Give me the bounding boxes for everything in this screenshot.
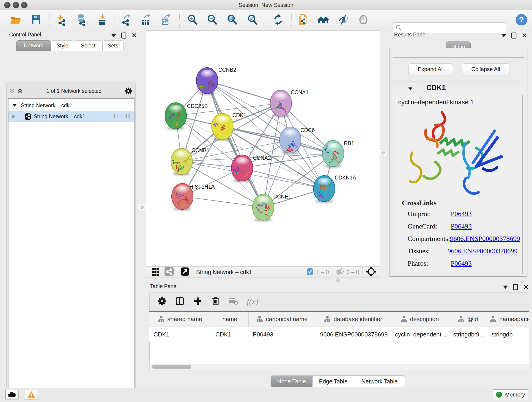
import-network-database-icon[interactable] <box>75 13 88 26</box>
zoom-selected-icon[interactable] <box>246 13 259 26</box>
column-header--id[interactable]: @id <box>449 312 487 327</box>
export-network-icon[interactable] <box>120 13 133 26</box>
table-cell[interactable]: CDK1 <box>149 327 211 342</box>
table-header-row: shared namenamecanonical namedatabase id… <box>149 311 529 327</box>
panel-menu-icon[interactable] <box>111 34 116 37</box>
panel-float-icon[interactable] <box>513 284 518 290</box>
tab-network-table[interactable]: Network Table <box>354 375 405 387</box>
network-tree-root-row[interactable]: String Network – cdk1 1 <box>8 100 134 111</box>
column-header-namespace[interactable]: namespace <box>487 312 529 327</box>
grid-view-icon[interactable] <box>151 267 160 277</box>
tab-select[interactable]: Select <box>74 40 102 51</box>
column-header-canonical-name[interactable]: canonical name <box>249 312 316 327</box>
network-node-HIST1H1A[interactable]: HIST1H1A <box>172 183 215 211</box>
network-node-CCNA2[interactable]: CCNA2 <box>231 155 271 182</box>
memory-button[interactable]: Memory <box>493 389 528 400</box>
network-node-CCNB2[interactable]: CCNB2 <box>196 67 236 95</box>
crosslink-label: Compartments: <box>408 235 450 242</box>
panel-close-icon[interactable]: ✕ <box>523 284 529 290</box>
crosslinks-title: CrossLinks <box>402 199 437 207</box>
crosslink-link[interactable]: P06493 <box>451 259 472 267</box>
zoom-fit-icon[interactable] <box>226 13 239 26</box>
export-image-icon[interactable] <box>159 13 172 26</box>
tab-sets[interactable]: Sets <box>102 40 123 51</box>
vertical-splitter-handle[interactable] <box>139 204 145 210</box>
table-cell[interactable]: cyclin–dependent ... <box>391 327 449 342</box>
table-horizontal-scrollbar[interactable] <box>149 364 529 370</box>
zoom-in-icon[interactable] <box>186 13 199 26</box>
hidden-eye-icon[interactable] <box>336 268 344 276</box>
network-node-CDC6[interactable]: CDC6 <box>279 127 315 154</box>
tab-style[interactable]: Style <box>51 40 74 51</box>
scrollbar-thumb[interactable] <box>152 365 191 369</box>
refresh-icon[interactable] <box>272 13 285 26</box>
svg-text:?: ? <box>519 15 524 24</box>
network-tree-child-row[interactable]: String Network – cdk1 11 48 <box>8 111 134 122</box>
crosslink-link[interactable]: 9606.ENSP00000378699 <box>450 235 520 242</box>
table-cell[interactable]: stringdb <box>487 327 529 342</box>
clone-network-icon[interactable] <box>297 13 309 26</box>
network-node-CCNB1[interactable]: CCNB1 <box>171 147 209 176</box>
node-label: CCNA1 <box>291 89 309 95</box>
first-neighbors-icon[interactable] <box>317 13 330 26</box>
tree-expand-caret-icon[interactable] <box>13 104 17 107</box>
panel-float-icon[interactable] <box>121 32 126 38</box>
import-table-icon[interactable] <box>96 13 109 26</box>
add-column-icon[interactable] <box>193 297 202 307</box>
warning-button[interactable] <box>25 390 38 400</box>
column-header-name[interactable]: name <box>211 312 249 327</box>
expand-all-button[interactable]: Expand All <box>409 64 453 75</box>
network-view-icon[interactable] <box>165 267 174 277</box>
collapse-all-button[interactable]: Collapse All <box>462 64 510 75</box>
table-cell[interactable]: stringdb:9... <box>449 327 487 342</box>
cloud-button[interactable] <box>5 390 19 400</box>
panel-close-icon[interactable]: ✕ <box>521 32 527 38</box>
show-all-icon[interactable] <box>357 13 370 26</box>
table-cell[interactable]: 9606.ENSP00000378699 <box>316 327 391 342</box>
table-cell[interactable]: P06493 <box>249 327 316 342</box>
network-node-CDKN1A[interactable]: CDKN1A <box>313 175 356 203</box>
birdseye-navigator-icon[interactable] <box>366 266 376 278</box>
tab-network[interactable]: Network <box>16 40 51 51</box>
open-folder-icon[interactable] <box>9 13 22 26</box>
column-header-shared-name[interactable]: shared name <box>149 312 211 327</box>
import-network-file-icon[interactable] <box>56 13 69 26</box>
hide-selected-icon[interactable] <box>337 13 350 26</box>
panel-float-icon[interactable] <box>511 32 516 38</box>
collapse-all-icon[interactable] <box>8 88 15 94</box>
table-row[interactable]: CDK1CDK1P064939606.ENSP00000378699cyclin… <box>149 327 529 342</box>
export-table-icon[interactable] <box>139 13 152 26</box>
column-header-description[interactable]: description <box>391 312 449 327</box>
column-header-database-identifier[interactable]: database identifier <box>316 312 391 327</box>
crosslink-link[interactable]: 9606.ENSP00000378699 <box>447 247 518 255</box>
zoom-out-icon[interactable] <box>206 13 219 26</box>
crosslink-link[interactable]: P06493 <box>451 210 472 218</box>
section-collapse-caret-icon[interactable] <box>408 87 413 90</box>
crosslink-link[interactable]: P06493 <box>451 222 472 230</box>
detach-view-icon[interactable] <box>180 267 190 277</box>
network-node-CCNA1[interactable]: CCNA1 <box>270 89 309 118</box>
panel-close-icon[interactable]: ✕ <box>131 32 137 38</box>
table-cell[interactable]: CDK1 <box>211 327 249 342</box>
expand-all-icon[interactable] <box>17 88 24 94</box>
gear-icon[interactable] <box>124 87 132 95</box>
string-network-graph[interactable]: CCNB2CCNA1CDC25BCDK1CDC6RB1CCNB1CCNA2CDK… <box>146 31 380 266</box>
help-icon[interactable]: ? <box>515 13 528 26</box>
toolbar-separator <box>362 267 363 277</box>
table-settings-gear-icon[interactable] <box>157 297 167 307</box>
toolbar-separator <box>179 13 180 27</box>
tab-node-table[interactable]: Node Table <box>271 375 312 387</box>
network-node-CDC25B[interactable]: CDC25B <box>165 103 208 130</box>
panel-menu-icon[interactable] <box>503 286 508 289</box>
show-columns-icon[interactable] <box>175 297 184 307</box>
selected-checkbox-icon[interactable] <box>307 268 313 276</box>
network-view-canvas[interactable]: CCNB2CCNA1CDC25BCDK1CDC6RB1CCNB1CCNA2CDK… <box>146 31 380 266</box>
panel-menu-icon[interactable] <box>501 34 506 37</box>
network-node-CCNE1[interactable]: CCNE1 <box>253 194 291 225</box>
network-node-RB1[interactable]: RB1 <box>322 140 354 168</box>
tab-edge-table[interactable]: Edge Table <box>312 375 354 387</box>
save-session-icon[interactable] <box>30 13 43 26</box>
vertical-splitter-handle[interactable] <box>380 149 386 155</box>
delete-column-icon[interactable] <box>211 297 220 307</box>
delete-table-icon <box>229 297 238 306</box>
